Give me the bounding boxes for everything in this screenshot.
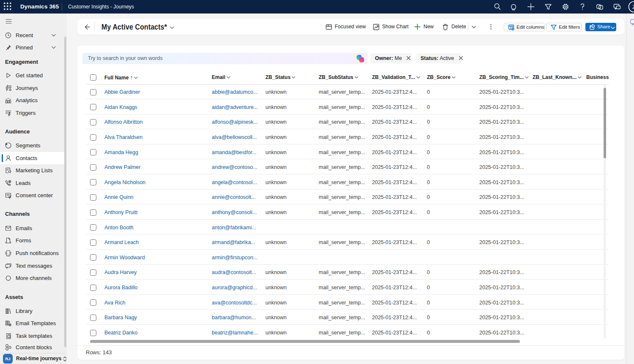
svg-text:Z: Z [632, 4, 634, 10]
